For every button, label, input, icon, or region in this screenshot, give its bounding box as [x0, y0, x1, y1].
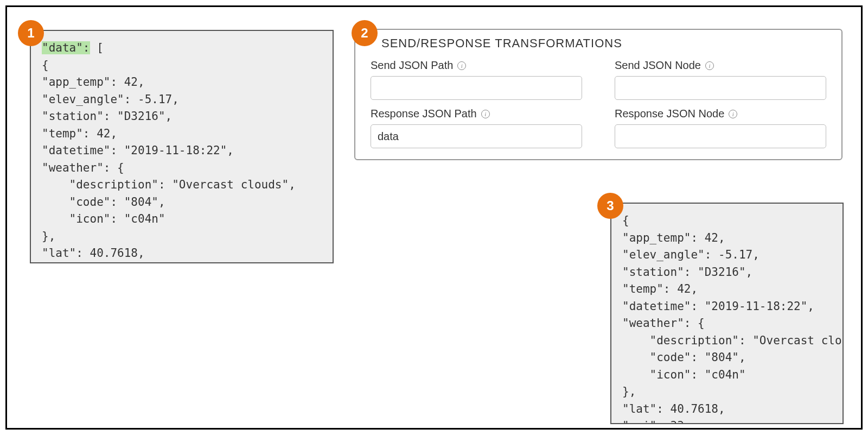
- json-result-panel: { "app_temp": 42, "elev_angle": -5.17, "…: [610, 203, 844, 424]
- json-key-highlight: "data":: [42, 41, 90, 54]
- label-text: Response JSON Node: [615, 108, 724, 120]
- label-text: Send JSON Node: [615, 59, 701, 72]
- response-json-path-field: Response JSON Path i: [371, 108, 582, 148]
- response-json-node-field: Response JSON Node i: [615, 108, 826, 148]
- json-source-panel: "data": [ { "app_temp": 42, "elev_angle"…: [30, 30, 334, 263]
- label-text: Send JSON Path: [371, 59, 453, 72]
- info-icon[interactable]: i: [705, 61, 714, 70]
- response-json-path-label: Response JSON Path i: [371, 108, 582, 120]
- send-json-node-label: Send JSON Node i: [615, 59, 826, 72]
- response-json-node-label: Response JSON Node i: [615, 108, 826, 120]
- send-json-path-input[interactable]: [371, 76, 582, 100]
- response-json-node-input[interactable]: [615, 124, 826, 148]
- outer-frame: 1 "data": [ { "app_temp": 42, "elev_angl…: [5, 5, 863, 430]
- info-icon[interactable]: i: [457, 61, 466, 70]
- step-badge-2: 2: [352, 20, 378, 46]
- json-body-3: { "app_temp": 42, "elev_angle": -5.17, "…: [622, 214, 844, 424]
- send-json-path-label: Send JSON Path i: [371, 59, 582, 72]
- json-line-rest: [: [90, 41, 104, 54]
- step-badge-3: 3: [597, 193, 623, 219]
- json-body-1: { "app_temp": 42, "elev_angle": -5.17, "…: [42, 59, 296, 264]
- transformations-panel: SEND/RESPONSE TRANSFORMATIONS Send JSON …: [354, 29, 843, 160]
- response-json-path-input[interactable]: [371, 124, 582, 148]
- label-text: Response JSON Path: [371, 108, 477, 120]
- send-json-node-input[interactable]: [615, 76, 826, 100]
- send-json-node-field: Send JSON Node i: [615, 59, 826, 100]
- send-json-path-field: Send JSON Path i: [371, 59, 582, 100]
- panel-heading: SEND/RESPONSE TRANSFORMATIONS: [381, 36, 826, 51]
- info-icon[interactable]: i: [729, 110, 737, 118]
- info-icon[interactable]: i: [481, 110, 490, 118]
- step-badge-1: 1: [18, 20, 44, 46]
- form-grid: Send JSON Path i Send JSON Node i Respon…: [371, 59, 826, 148]
